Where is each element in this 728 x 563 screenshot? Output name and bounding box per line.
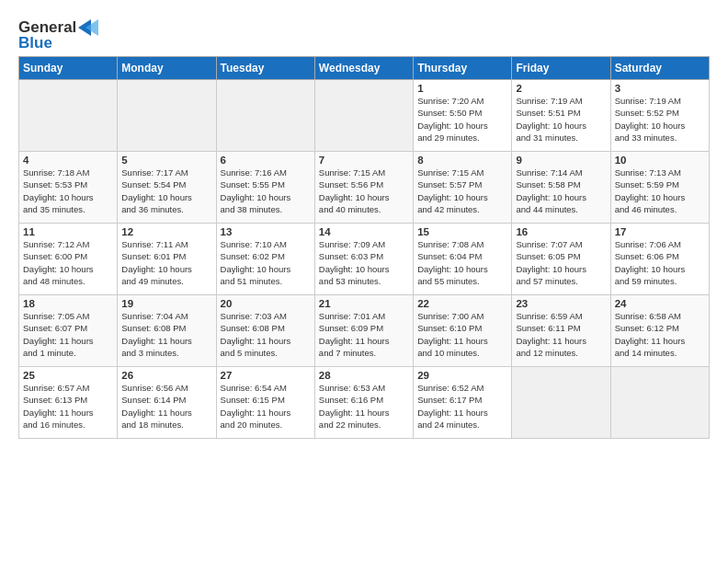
day-number: 22 (417, 298, 507, 309)
day-number: 28 (319, 370, 409, 381)
day-number: 17 (615, 226, 705, 237)
day-number: 18 (23, 298, 113, 309)
day-detail: Sunrise: 7:11 AM Sunset: 6:01 PM Dayligh… (121, 238, 211, 287)
col-header-sunday: Sunday (19, 57, 118, 80)
day-number: 5 (121, 155, 211, 166)
day-number: 11 (23, 226, 113, 237)
day-detail: Sunrise: 7:09 AM Sunset: 6:03 PM Dayligh… (319, 238, 409, 287)
day-cell: 22Sunrise: 7:00 AM Sunset: 6:10 PM Dayli… (414, 295, 512, 367)
day-cell: 26Sunrise: 6:56 AM Sunset: 6:14 PM Dayli… (118, 367, 216, 439)
header: General Blue (18, 15, 710, 52)
day-number: 29 (417, 370, 507, 381)
day-cell: 9Sunrise: 7:14 AM Sunset: 5:58 PM Daylig… (512, 152, 610, 224)
day-cell: 24Sunrise: 6:58 AM Sunset: 6:12 PM Dayli… (610, 295, 709, 367)
day-cell: 13Sunrise: 7:10 AM Sunset: 6:02 PM Dayli… (216, 224, 314, 295)
day-cell (118, 80, 216, 152)
day-number: 3 (615, 83, 705, 94)
day-number: 13 (221, 226, 311, 237)
day-number: 21 (319, 298, 409, 309)
day-number: 23 (516, 298, 606, 309)
day-detail: Sunrise: 7:00 AM Sunset: 6:10 PM Dayligh… (417, 310, 507, 359)
day-cell: 12Sunrise: 7:11 AM Sunset: 6:01 PM Dayli… (118, 224, 216, 295)
day-number: 6 (221, 155, 311, 166)
day-detail: Sunrise: 6:52 AM Sunset: 6:17 PM Dayligh… (417, 382, 507, 431)
day-number: 8 (417, 155, 507, 166)
day-number: 25 (23, 370, 113, 381)
day-cell: 2Sunrise: 7:19 AM Sunset: 5:51 PM Daylig… (512, 80, 610, 152)
day-cell: 5Sunrise: 7:17 AM Sunset: 5:54 PM Daylig… (118, 152, 216, 224)
day-cell: 11Sunrise: 7:12 AM Sunset: 6:00 PM Dayli… (19, 224, 118, 295)
day-detail: Sunrise: 7:15 AM Sunset: 5:57 PM Dayligh… (417, 167, 507, 215)
day-detail: Sunrise: 7:03 AM Sunset: 6:08 PM Dayligh… (221, 310, 311, 359)
calendar-page: General Blue SundayMondayTuesdayWednesda… (0, 0, 728, 448)
week-row-1: 1Sunrise: 7:20 AM Sunset: 5:50 PM Daylig… (19, 80, 710, 152)
day-detail: Sunrise: 7:18 AM Sunset: 5:53 PM Dayligh… (23, 167, 113, 215)
day-cell: 14Sunrise: 7:09 AM Sunset: 6:03 PM Dayli… (314, 224, 413, 295)
day-detail: Sunrise: 7:20 AM Sunset: 5:50 PM Dayligh… (417, 95, 507, 144)
col-header-monday: Monday (118, 57, 216, 80)
day-number: 14 (319, 226, 409, 237)
week-row-4: 18Sunrise: 7:05 AM Sunset: 6:07 PM Dayli… (19, 295, 710, 367)
day-cell: 3Sunrise: 7:19 AM Sunset: 5:52 PM Daylig… (610, 80, 709, 152)
day-detail: Sunrise: 6:53 AM Sunset: 6:16 PM Dayligh… (319, 382, 409, 431)
day-number: 4 (23, 155, 113, 166)
col-header-wednesday: Wednesday (314, 57, 413, 80)
day-cell: 10Sunrise: 7:13 AM Sunset: 5:59 PM Dayli… (610, 152, 709, 224)
day-number: 10 (615, 155, 705, 166)
col-header-tuesday: Tuesday (216, 57, 314, 80)
day-cell: 16Sunrise: 7:07 AM Sunset: 6:05 PM Dayli… (512, 224, 610, 295)
day-number: 27 (221, 370, 311, 381)
day-cell (512, 367, 610, 439)
day-cell: 21Sunrise: 7:01 AM Sunset: 6:09 PM Dayli… (314, 295, 413, 367)
day-detail: Sunrise: 6:54 AM Sunset: 6:15 PM Dayligh… (221, 382, 311, 431)
day-cell: 17Sunrise: 7:06 AM Sunset: 6:06 PM Dayli… (610, 224, 709, 295)
day-detail: Sunrise: 7:14 AM Sunset: 5:58 PM Dayligh… (516, 167, 606, 215)
calendar-table: SundayMondayTuesdayWednesdayThursdayFrid… (18, 56, 710, 439)
day-number: 19 (121, 298, 211, 309)
day-detail: Sunrise: 7:19 AM Sunset: 5:52 PM Dayligh… (615, 95, 705, 144)
day-detail: Sunrise: 7:17 AM Sunset: 5:54 PM Dayligh… (121, 167, 211, 215)
day-cell: 7Sunrise: 7:15 AM Sunset: 5:56 PM Daylig… (314, 152, 413, 224)
day-number: 1 (417, 83, 507, 94)
day-number: 24 (615, 298, 705, 309)
day-detail: Sunrise: 6:57 AM Sunset: 6:13 PM Dayligh… (23, 382, 113, 431)
day-number: 15 (417, 226, 507, 237)
day-detail: Sunrise: 6:59 AM Sunset: 6:11 PM Dayligh… (516, 310, 606, 359)
day-cell: 27Sunrise: 6:54 AM Sunset: 6:15 PM Dayli… (216, 367, 314, 439)
day-cell (610, 367, 709, 439)
day-number: 20 (221, 298, 311, 309)
day-cell: 8Sunrise: 7:15 AM Sunset: 5:57 PM Daylig… (414, 152, 512, 224)
day-cell: 19Sunrise: 7:04 AM Sunset: 6:08 PM Dayli… (118, 295, 216, 367)
day-number: 7 (319, 155, 409, 166)
day-number: 2 (516, 83, 606, 94)
day-detail: Sunrise: 7:16 AM Sunset: 5:55 PM Dayligh… (221, 167, 311, 215)
day-detail: Sunrise: 7:10 AM Sunset: 6:02 PM Dayligh… (221, 238, 311, 287)
day-number: 26 (121, 370, 211, 381)
day-cell: 15Sunrise: 7:08 AM Sunset: 6:04 PM Dayli… (414, 224, 512, 295)
day-detail: Sunrise: 7:08 AM Sunset: 6:04 PM Dayligh… (417, 238, 507, 287)
day-detail: Sunrise: 7:12 AM Sunset: 6:00 PM Dayligh… (23, 238, 113, 287)
week-row-5: 25Sunrise: 6:57 AM Sunset: 6:13 PM Dayli… (19, 367, 710, 439)
day-detail: Sunrise: 7:15 AM Sunset: 5:56 PM Dayligh… (319, 167, 409, 215)
logo: General Blue (18, 18, 98, 52)
day-detail: Sunrise: 7:01 AM Sunset: 6:09 PM Dayligh… (319, 310, 409, 359)
day-detail: Sunrise: 7:13 AM Sunset: 5:59 PM Dayligh… (615, 167, 705, 215)
day-cell: 23Sunrise: 6:59 AM Sunset: 6:11 PM Dayli… (512, 295, 610, 367)
week-row-2: 4Sunrise: 7:18 AM Sunset: 5:53 PM Daylig… (19, 152, 710, 224)
day-cell (314, 80, 413, 152)
day-cell: 29Sunrise: 6:52 AM Sunset: 6:17 PM Dayli… (414, 367, 512, 439)
day-detail: Sunrise: 7:19 AM Sunset: 5:51 PM Dayligh… (516, 95, 606, 144)
day-number: 9 (516, 155, 606, 166)
day-number: 16 (516, 226, 606, 237)
day-cell: 4Sunrise: 7:18 AM Sunset: 5:53 PM Daylig… (19, 152, 118, 224)
day-cell (19, 80, 118, 152)
day-detail: Sunrise: 7:07 AM Sunset: 6:05 PM Dayligh… (516, 238, 606, 287)
day-detail: Sunrise: 6:58 AM Sunset: 6:12 PM Dayligh… (615, 310, 705, 359)
day-detail: Sunrise: 7:05 AM Sunset: 6:07 PM Dayligh… (23, 310, 113, 359)
day-cell (216, 80, 314, 152)
day-cell: 18Sunrise: 7:05 AM Sunset: 6:07 PM Dayli… (19, 295, 118, 367)
col-header-friday: Friday (512, 57, 610, 80)
day-cell: 28Sunrise: 6:53 AM Sunset: 6:16 PM Dayli… (314, 367, 413, 439)
header-row: SundayMondayTuesdayWednesdayThursdayFrid… (19, 57, 710, 80)
week-row-3: 11Sunrise: 7:12 AM Sunset: 6:00 PM Dayli… (19, 224, 710, 295)
